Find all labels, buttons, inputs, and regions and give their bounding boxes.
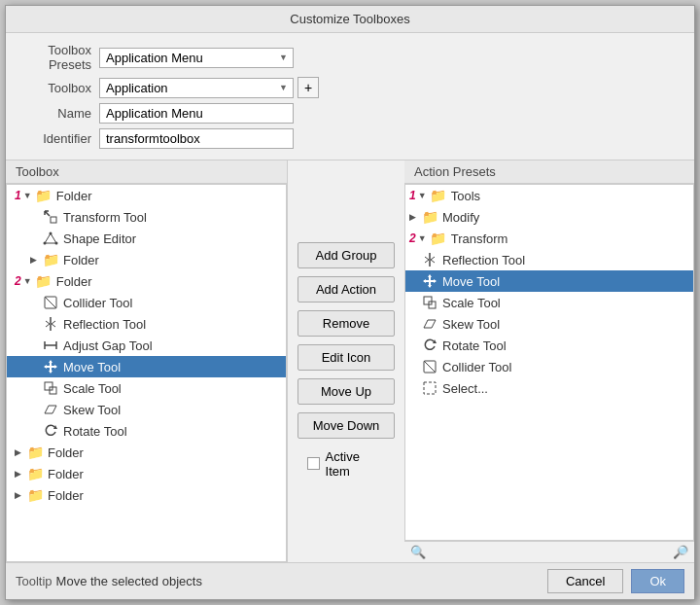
svg-point-3 xyxy=(55,242,58,245)
r-badge-2: 2 xyxy=(409,231,416,245)
cancel-button[interactable]: Cancel xyxy=(547,569,623,593)
add-action-button[interactable]: Add Action xyxy=(298,276,395,302)
tree-item-transform[interactable]: ▶ Transform Tool xyxy=(7,206,286,228)
r-reflection-icon xyxy=(421,251,438,268)
folder5-icon: 📁 xyxy=(26,465,44,482)
folder3-icon: 📁 xyxy=(35,272,52,290)
r-tree-item-transform[interactable]: 2 ▼ 📁 Transform xyxy=(405,228,693,249)
rotate-icon xyxy=(42,422,59,440)
scale-label: Scale Tool xyxy=(63,381,122,396)
shape-label: Shape Editor xyxy=(63,231,136,246)
r-transform-label: Transform xyxy=(451,231,508,246)
move-up-button[interactable]: Move Up xyxy=(298,378,395,405)
r-tree-item-rotate[interactable]: ▶ Rotate Tool xyxy=(405,335,693,356)
badge-2: 2 xyxy=(15,274,21,288)
folder1-label: Folder xyxy=(56,189,92,203)
right-panel: Action Presets 1 ▼ 📁 Tools ▶ 📁 Modify 2 … xyxy=(404,160,694,562)
tree-item-shape[interactable]: ▶ Shape Editor xyxy=(7,228,286,249)
r-tree-item-modify[interactable]: ▶ 📁 Modify xyxy=(405,206,693,228)
collider-icon xyxy=(42,294,59,311)
tree-item-folder1[interactable]: 1 ▼ 📁 Folder xyxy=(7,185,286,206)
presets-row: Toolbox Presets Application Menu xyxy=(21,43,679,72)
active-item-row: Active Item xyxy=(298,446,395,481)
edit-icon-button[interactable]: Edit Icon xyxy=(298,344,395,371)
skew-label: Skew Tool xyxy=(63,403,121,417)
tree-item-folder2[interactable]: ▶ 📁 Folder xyxy=(7,249,286,270)
add-toolbox-button[interactable]: + xyxy=(298,77,319,98)
search-bar: 🔍 🔎 xyxy=(404,541,694,562)
dialog: Customize Toolboxes Toolbox Presets Appl… xyxy=(5,5,695,600)
folder4-label: Folder xyxy=(48,445,84,460)
tree-item-folder5[interactable]: ▶ 📁 Folder xyxy=(7,463,286,484)
svg-marker-20 xyxy=(423,279,426,283)
identifier-input[interactable] xyxy=(99,128,294,149)
r-rotate-label: Rotate Tool xyxy=(442,338,507,353)
form-area: Toolbox Presets Application Menu Toolbox… xyxy=(6,33,694,160)
r-tools-arrow: ▼ xyxy=(418,191,430,200)
r-tree-item-scale[interactable]: ▶ Scale Tool xyxy=(405,292,693,313)
folder4-arrow: ▶ xyxy=(15,447,26,457)
tooltip-label: Tooltip xyxy=(16,574,52,588)
r-modify-arrow: ▶ xyxy=(409,212,421,222)
title-bar: Customize Toolboxes xyxy=(6,6,694,33)
presets-select-wrapper: Application Menu xyxy=(99,48,294,68)
toolbox-select[interactable]: Application xyxy=(99,78,294,98)
remove-button[interactable]: Remove xyxy=(298,310,395,337)
svg-rect-22 xyxy=(424,297,432,304)
r-tree-item-skew[interactable]: ▶ Skew Tool xyxy=(405,313,693,335)
tree-item-folder6[interactable]: ▶ 📁 Folder xyxy=(7,484,286,506)
r-skew-icon xyxy=(421,315,438,333)
move-label: Move Tool xyxy=(63,360,121,374)
tooltip-area: Tooltip Move the selected objects xyxy=(16,574,202,588)
reflection-label: Reflection Tool xyxy=(63,317,146,332)
folder6-arrow: ▶ xyxy=(15,490,26,500)
ok-button[interactable]: Ok xyxy=(631,569,684,593)
presets-select[interactable]: Application Menu xyxy=(99,48,294,68)
toolbox-select-wrapper: Application xyxy=(99,78,294,98)
r-tree-item-reflection[interactable]: ▶ Reflection Tool xyxy=(405,249,693,270)
tree-item-folder4[interactable]: ▶ 📁 Folder xyxy=(7,442,286,463)
skew-icon xyxy=(42,401,59,418)
move-down-button[interactable]: Move Down xyxy=(298,412,395,439)
transform-label: Transform Tool xyxy=(63,210,147,225)
tree-item-collider[interactable]: ▶ Collider Tool xyxy=(7,292,286,313)
identifier-label: Identifier xyxy=(21,131,99,146)
r-reflection-label: Reflection Tool xyxy=(442,253,525,267)
r-tree-item-collider[interactable]: ▶ Collider Tool xyxy=(405,356,693,377)
r-modify-label: Modify xyxy=(442,210,479,225)
scale-icon xyxy=(42,379,59,397)
name-input[interactable] xyxy=(99,103,294,124)
tree-item-rotate[interactable]: ▶ Rotate Tool xyxy=(7,420,286,442)
tree-item-move[interactable]: ▶ Move Tool xyxy=(7,356,286,377)
svg-line-5 xyxy=(45,297,56,308)
collider-label: Collider Tool xyxy=(63,296,132,310)
search-input[interactable] xyxy=(430,545,673,559)
tree-item-reflection[interactable]: ▶ Reflection Tool xyxy=(7,313,286,335)
tree-item-skew[interactable]: ▶ Skew Tool xyxy=(7,399,286,420)
tree-item-adjustgap[interactable]: ▶ Adjust Gap Tool xyxy=(7,335,286,356)
bottom-buttons: Cancel Ok xyxy=(547,569,684,593)
svg-marker-19 xyxy=(428,285,432,288)
r-tree-item-select[interactable]: ▶ Select... xyxy=(405,377,693,399)
tree-item-scale[interactable]: ▶ Scale Tool xyxy=(7,377,286,399)
active-item-label: Active Item xyxy=(326,449,385,479)
svg-rect-0 xyxy=(51,217,56,223)
folder2-arrow: ▶ xyxy=(30,255,42,265)
r-tree-item-move[interactable]: ▶ Move Tool xyxy=(405,270,693,292)
toolbox-panel-header: Toolbox xyxy=(6,160,287,184)
folder3-label: Folder xyxy=(56,274,92,289)
name-row: Name xyxy=(21,103,679,124)
tree-item-folder3[interactable]: 2 ▼ 📁 Folder xyxy=(7,270,286,292)
add-group-button[interactable]: Add Group xyxy=(298,242,395,268)
svg-line-26 xyxy=(424,361,436,373)
r-move-icon xyxy=(421,272,438,290)
svg-marker-12 xyxy=(44,365,47,369)
active-item-checkbox[interactable] xyxy=(307,457,320,470)
toolbox-label: Toolbox xyxy=(21,81,99,95)
search-icon: 🔍 xyxy=(410,545,426,559)
r-tree-item-tools[interactable]: 1 ▼ 📁 Tools xyxy=(405,185,693,206)
svg-marker-11 xyxy=(49,371,52,374)
r-collider-label: Collider Tool xyxy=(442,360,511,374)
folder5-label: Folder xyxy=(48,467,84,481)
svg-point-2 xyxy=(44,242,47,245)
